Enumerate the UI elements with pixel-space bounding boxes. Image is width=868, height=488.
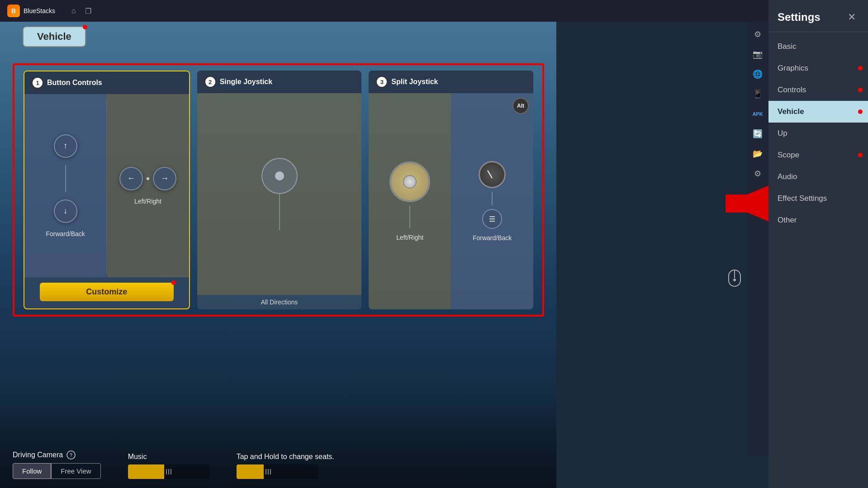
- single-joystick-header: 2 Single Joystick: [197, 71, 362, 93]
- music-slider[interactable]: [128, 464, 209, 479]
- steering-wheel: [389, 161, 430, 202]
- bluestacks-icon: B: [7, 5, 20, 17]
- gear-button: ☰: [482, 209, 502, 229]
- settings-sidebar: Settings ✕ Basic Graphics Controls Vehic…: [768, 0, 868, 488]
- center-dot: [147, 177, 149, 180]
- follow-button[interactable]: Follow: [13, 463, 51, 479]
- up-arrow-btn[interactable]: ↑: [54, 134, 77, 158]
- button-controls-title: Button Controls: [47, 79, 102, 87]
- button-controls-card[interactable]: 1 Button Controls ↑ ↓ Forward/Back ← → L…: [24, 71, 190, 309]
- button-controls-footer: Customize: [24, 277, 189, 308]
- down-arrow-btn[interactable]: ↓: [54, 199, 77, 223]
- side-icon-apk[interactable]: APK: [749, 105, 767, 123]
- left-right-label: Left/Right: [134, 198, 161, 205]
- vehicle-red-dot: [83, 25, 87, 29]
- music-section: Music: [128, 453, 209, 479]
- music-drag-handle: [166, 469, 171, 474]
- seats-section: Tap and Hold to change seats.: [237, 453, 334, 479]
- joystick-inner: [275, 171, 284, 180]
- settings-controls[interactable]: Controls: [768, 79, 868, 101]
- h-arrows: ← →: [119, 167, 176, 190]
- side-icon-2[interactable]: 📷: [749, 45, 767, 63]
- music-slider-fill: [128, 464, 164, 479]
- driving-camera-text: Driving Camera: [13, 451, 63, 459]
- home-icon[interactable]: ⌂: [71, 7, 76, 15]
- vehicle-red-dot-menu: [858, 109, 863, 114]
- settings-up[interactable]: Up: [768, 123, 868, 144]
- speed-line: [492, 192, 493, 205]
- scope-red-dot: [858, 153, 863, 157]
- joystick-area: [197, 93, 362, 295]
- mouse-icon: [728, 269, 741, 289]
- side-icon-6[interactable]: 📂: [749, 145, 767, 163]
- camera-section: Driving Camera ? Follow Free View: [13, 450, 101, 479]
- vehicle-label-text: Vehicle: [37, 31, 71, 43]
- seats-drag-handle: [266, 469, 271, 474]
- settings-audio[interactable]: Audio: [768, 166, 868, 188]
- steering-inner: [403, 175, 417, 189]
- free-view-button[interactable]: Free View: [51, 463, 100, 479]
- side-icon-4[interactable]: 📱: [749, 85, 767, 103]
- speed-needle: [487, 170, 493, 178]
- steering-line: [409, 206, 410, 228]
- camera-buttons: Follow Free View: [13, 463, 101, 479]
- split-left-right-label: Left/Right: [396, 234, 423, 241]
- settings-basic[interactable]: Basic: [768, 36, 868, 57]
- split-joystick-body: Left/Right Alt ☰ Forward/Back: [369, 93, 533, 309]
- main-content-area: 1 Button Controls ↑ ↓ Forward/Back ← → L…: [13, 63, 544, 317]
- speedometer: [479, 161, 506, 188]
- card-number-1: 1: [32, 77, 43, 89]
- bottom-area: Driving Camera ? Follow Free View Music …: [13, 450, 544, 479]
- layers-icon[interactable]: ❐: [85, 7, 91, 15]
- customize-button[interactable]: Customize: [40, 283, 174, 301]
- single-joystick-body: All Directions: [197, 93, 362, 309]
- joystick-line: [279, 194, 280, 230]
- button-controls-header: 1 Button Controls: [24, 71, 189, 94]
- alt-badge: Alt: [512, 98, 529, 114]
- seats-label: Tap and Hold to change seats.: [237, 453, 334, 461]
- settings-other[interactable]: Other: [768, 209, 868, 231]
- app-title: BlueStacks: [24, 7, 55, 14]
- side-icon-5[interactable]: 🔄: [749, 125, 767, 143]
- split-joystick-card[interactable]: 3 Split Joystick Left/Right Alt ☰: [369, 71, 533, 309]
- right-arrow-btn[interactable]: →: [153, 167, 176, 190]
- settings-close-button[interactable]: ✕: [844, 10, 859, 24]
- forward-back-label: Forward/Back: [46, 230, 85, 237]
- settings-title: Settings: [778, 11, 821, 24]
- card-number-2: 2: [204, 76, 216, 88]
- v-line-up: [65, 165, 66, 192]
- settings-effect-settings[interactable]: Effect Settings: [768, 188, 868, 209]
- split-joystick-header: 3 Split Joystick: [369, 71, 533, 93]
- forward-back-col: ↑ ↓ Forward/Back: [24, 94, 106, 277]
- settings-scope[interactable]: Scope: [768, 144, 868, 166]
- settings-header: Settings ✕: [768, 0, 868, 32]
- camera-section-label: Driving Camera ?: [13, 450, 101, 460]
- top-nav-icons: ⌂ ❐: [71, 7, 91, 15]
- joystick-circle: [261, 158, 298, 194]
- seats-slider[interactable]: [237, 464, 318, 479]
- card-number-3: 3: [376, 76, 388, 88]
- vehicle-label-button[interactable]: Vehicle: [23, 26, 86, 47]
- single-joystick-title: Single Joystick: [220, 78, 273, 86]
- svg-point-2: [733, 279, 736, 281]
- settings-menu: Basic Graphics Controls Vehicle Up Scope…: [768, 32, 868, 488]
- right-icons-bar: ⚙ 📷 🌐 📱 APK 🔄 📂 ⚙: [747, 22, 768, 456]
- red-arrow-indicator: [689, 176, 780, 231]
- side-icon-1[interactable]: ⚙: [749, 25, 767, 43]
- all-directions-label: All Directions: [197, 295, 362, 309]
- settings-vehicle[interactable]: Vehicle: [768, 101, 868, 123]
- left-arrow-btn[interactable]: ←: [119, 167, 143, 190]
- forward-back-split-label: Forward/Back: [473, 234, 512, 242]
- question-icon[interactable]: ?: [66, 450, 76, 460]
- single-joystick-card[interactable]: 2 Single Joystick All Directions: [197, 71, 362, 309]
- split-left-col: Left/Right: [369, 93, 451, 309]
- graphics-red-dot: [858, 66, 863, 71]
- top-bar: B BlueStacks ⌂ ❐ ? ≡ — ⬜ ✕: [0, 0, 868, 22]
- music-label: Music: [128, 453, 209, 461]
- customize-red-dot: [171, 280, 176, 285]
- side-icon-3[interactable]: 🌐: [749, 65, 767, 83]
- settings-graphics[interactable]: Graphics: [768, 57, 868, 79]
- button-controls-body: ↑ ↓ Forward/Back ← → Left/Right: [24, 94, 189, 277]
- controls-red-dot: [858, 88, 863, 92]
- split-right-col: Alt ☰ Forward/Back: [451, 93, 533, 309]
